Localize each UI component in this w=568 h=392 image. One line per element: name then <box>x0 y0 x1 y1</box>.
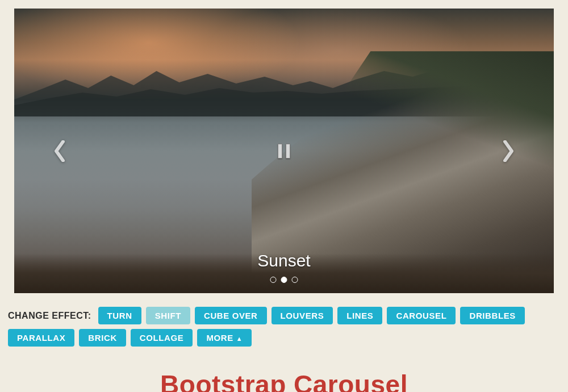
page-title: Bootstrap Carousel <box>0 369 568 392</box>
slide-caption: Sunset <box>14 251 554 270</box>
effects-toolbar: CHANGE EFFECT: TURNSHIFTCUBE OVERLOUVERS… <box>0 293 568 347</box>
effect-button-cube-over[interactable]: CUBE OVER <box>195 307 267 324</box>
pause-icon <box>278 144 282 159</box>
effect-button-shift[interactable]: SHIFT <box>146 307 190 324</box>
carousel-indicator[interactable] <box>281 277 287 283</box>
effects-label: CHANGE EFFECT: <box>8 311 91 321</box>
more-label: MORE <box>206 333 233 343</box>
carousel-indicators <box>270 277 298 283</box>
chevron-up-icon: ▲ <box>236 335 243 342</box>
carousel-indicator[interactable] <box>292 277 298 283</box>
carousel-indicator[interactable] <box>270 277 277 283</box>
effect-button-brick[interactable]: BRICK <box>79 329 126 347</box>
carousel-next-button[interactable] <box>494 137 523 165</box>
pause-icon <box>286 144 290 159</box>
effect-button-louvers[interactable]: LOUVERS <box>272 307 333 324</box>
carousel-pause-button[interactable] <box>274 141 294 161</box>
effect-button-lines[interactable]: LINES <box>337 307 382 324</box>
effects-more-button[interactable]: MORE▲ <box>197 329 252 347</box>
effect-button-dribbles[interactable]: DRIBBLES <box>460 307 524 324</box>
effect-button-parallax[interactable]: PARALLAX <box>8 329 74 347</box>
chevron-left-icon <box>52 140 67 162</box>
carousel: Sunset <box>14 9 554 293</box>
carousel-prev-button[interactable] <box>45 137 74 165</box>
effect-button-collage[interactable]: COLLAGE <box>131 329 193 347</box>
effect-button-carousel[interactable]: CAROUSEL <box>387 307 456 324</box>
chevron-right-icon <box>501 140 516 162</box>
effect-button-turn[interactable]: TURN <box>98 307 141 324</box>
